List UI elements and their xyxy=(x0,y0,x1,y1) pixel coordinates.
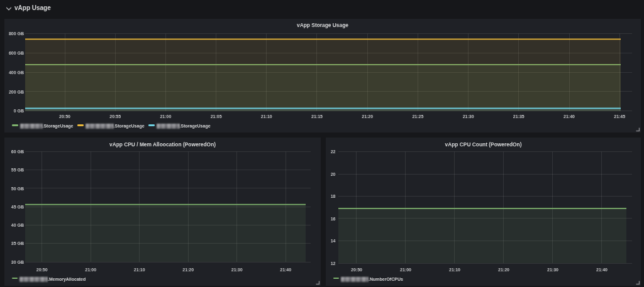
svg-text:21:25: 21:25 xyxy=(412,114,423,119)
svg-text:21:20: 21:20 xyxy=(182,268,194,272)
svg-text:21:40: 21:40 xyxy=(596,268,608,272)
svg-text:21:40: 21:40 xyxy=(280,268,291,272)
svg-text:200 GB: 200 GB xyxy=(9,90,24,94)
svg-text:12: 12 xyxy=(331,261,336,266)
svg-text:21:05: 21:05 xyxy=(211,114,222,119)
svg-text:21:20: 21:20 xyxy=(362,114,373,119)
svg-text:40 GB: 40 GB xyxy=(11,223,24,227)
svg-text:18: 18 xyxy=(331,194,336,198)
svg-text:0 GB: 0 GB xyxy=(14,109,24,113)
svg-text:21:10: 21:10 xyxy=(261,114,272,119)
svg-text:21:00: 21:00 xyxy=(400,268,411,272)
svg-text:20: 20 xyxy=(331,172,336,176)
svg-text:400 GB: 400 GB xyxy=(9,70,24,75)
svg-text:20:50: 20:50 xyxy=(59,114,70,119)
svg-text:21:45: 21:45 xyxy=(614,114,625,119)
svg-text:55 GB: 55 GB xyxy=(11,168,24,172)
svg-text:21:20: 21:20 xyxy=(498,268,509,272)
svg-text:22: 22 xyxy=(331,149,336,154)
svg-text:21:00: 21:00 xyxy=(160,114,171,119)
svg-text:45 GB: 45 GB xyxy=(11,205,24,209)
svg-text:60 GB: 60 GB xyxy=(11,149,24,154)
svg-text:800 GB: 800 GB xyxy=(9,31,24,36)
svg-text:35 GB: 35 GB xyxy=(11,241,24,246)
svg-text:20:55: 20:55 xyxy=(109,114,121,119)
svg-text:21:15: 21:15 xyxy=(311,114,323,119)
svg-text:21:30: 21:30 xyxy=(231,268,243,272)
svg-text:50 GB: 50 GB xyxy=(11,187,24,191)
svg-text:14: 14 xyxy=(331,239,336,243)
svg-text:21:30: 21:30 xyxy=(547,268,558,272)
svg-text:21:10: 21:10 xyxy=(134,268,145,272)
svg-text:21:40: 21:40 xyxy=(564,114,575,119)
svg-text:21:10: 21:10 xyxy=(449,268,460,272)
svg-text:20:50: 20:50 xyxy=(36,268,48,272)
svg-text:20:50: 20:50 xyxy=(351,268,362,272)
svg-text:16: 16 xyxy=(331,217,336,221)
svg-text:600 GB: 600 GB xyxy=(9,51,24,55)
svg-text:30 GB: 30 GB xyxy=(11,260,24,264)
svg-text:21:00: 21:00 xyxy=(85,268,96,272)
svg-text:21:30: 21:30 xyxy=(463,114,474,119)
svg-text:21:35: 21:35 xyxy=(513,114,525,119)
